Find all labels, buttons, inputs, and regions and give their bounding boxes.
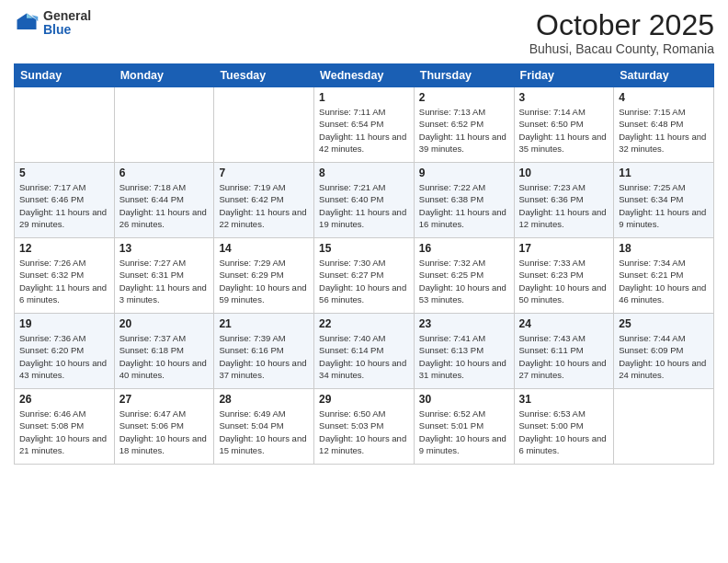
calendar-cell: 25Sunrise: 7:44 AM Sunset: 6:09 PM Dayli… bbox=[614, 314, 714, 389]
calendar-cell: 1Sunrise: 7:11 AM Sunset: 6:54 PM Daylig… bbox=[314, 87, 415, 163]
calendar-cell: 30Sunrise: 6:52 AM Sunset: 5:01 PM Dayli… bbox=[414, 389, 514, 465]
calendar-week-4: 19Sunrise: 7:36 AM Sunset: 6:20 PM Dayli… bbox=[15, 314, 714, 389]
calendar-cell: 23Sunrise: 7:41 AM Sunset: 6:13 PM Dayli… bbox=[414, 314, 514, 389]
day-number: 12 bbox=[19, 242, 109, 255]
calendar-cell: 10Sunrise: 7:23 AM Sunset: 6:36 PM Dayli… bbox=[514, 163, 614, 238]
day-info: Sunrise: 7:19 AM Sunset: 6:42 PM Dayligh… bbox=[219, 181, 309, 230]
day-number: 26 bbox=[19, 393, 109, 406]
calendar-week-5: 26Sunrise: 6:46 AM Sunset: 5:08 PM Dayli… bbox=[15, 389, 714, 465]
col-thursday: Thursday bbox=[414, 64, 514, 87]
day-number: 25 bbox=[619, 317, 709, 330]
calendar-cell: 13Sunrise: 7:27 AM Sunset: 6:31 PM Dayli… bbox=[114, 238, 214, 314]
day-number: 14 bbox=[219, 242, 309, 255]
calendar: Sunday Monday Tuesday Wednesday Thursday… bbox=[14, 63, 714, 465]
title-section: October 2025 Buhusi, Bacau County, Roman… bbox=[529, 9, 714, 56]
day-info: Sunrise: 6:46 AM Sunset: 5:08 PM Dayligh… bbox=[19, 408, 109, 456]
calendar-cell: 9Sunrise: 7:22 AM Sunset: 6:38 PM Daylig… bbox=[414, 163, 514, 238]
calendar-header-row: Sunday Monday Tuesday Wednesday Thursday… bbox=[15, 64, 714, 87]
day-info: Sunrise: 7:32 AM Sunset: 6:25 PM Dayligh… bbox=[419, 257, 509, 305]
day-info: Sunrise: 7:30 AM Sunset: 6:27 PM Dayligh… bbox=[319, 257, 409, 305]
day-number: 11 bbox=[619, 167, 709, 179]
day-number: 15 bbox=[319, 242, 409, 255]
day-number: 19 bbox=[19, 317, 109, 330]
calendar-cell: 12Sunrise: 7:26 AM Sunset: 6:32 PM Dayli… bbox=[15, 238, 115, 314]
calendar-cell: 3Sunrise: 7:14 AM Sunset: 6:50 PM Daylig… bbox=[514, 87, 614, 163]
day-number: 8 bbox=[319, 167, 409, 179]
day-info: Sunrise: 7:14 AM Sunset: 6:50 PM Dayligh… bbox=[519, 106, 609, 155]
calendar-cell bbox=[114, 87, 214, 163]
calendar-cell: 8Sunrise: 7:21 AM Sunset: 6:40 PM Daylig… bbox=[314, 163, 415, 238]
day-info: Sunrise: 7:33 AM Sunset: 6:23 PM Dayligh… bbox=[519, 257, 609, 305]
day-number: 13 bbox=[119, 242, 210, 255]
calendar-cell: 22Sunrise: 7:40 AM Sunset: 6:14 PM Dayli… bbox=[314, 314, 415, 389]
location-title: Buhusi, Bacau County, Romania bbox=[529, 41, 714, 56]
day-number: 10 bbox=[519, 167, 609, 179]
day-info: Sunrise: 7:41 AM Sunset: 6:13 PM Dayligh… bbox=[419, 332, 509, 381]
day-info: Sunrise: 7:26 AM Sunset: 6:32 PM Dayligh… bbox=[19, 257, 109, 305]
calendar-cell: 21Sunrise: 7:39 AM Sunset: 6:16 PM Dayli… bbox=[214, 314, 314, 389]
day-number: 27 bbox=[119, 393, 210, 406]
calendar-cell: 7Sunrise: 7:19 AM Sunset: 6:42 PM Daylig… bbox=[214, 163, 314, 238]
calendar-cell: 26Sunrise: 6:46 AM Sunset: 5:08 PM Dayli… bbox=[15, 389, 115, 465]
day-info: Sunrise: 7:40 AM Sunset: 6:14 PM Dayligh… bbox=[319, 332, 409, 381]
header: General Blue October 2025 Buhusi, Bacau … bbox=[14, 9, 714, 56]
month-title: October 2025 bbox=[529, 9, 714, 41]
calendar-cell: 2Sunrise: 7:13 AM Sunset: 6:52 PM Daylig… bbox=[414, 87, 514, 163]
day-info: Sunrise: 7:13 AM Sunset: 6:52 PM Dayligh… bbox=[419, 106, 509, 155]
day-info: Sunrise: 7:36 AM Sunset: 6:20 PM Dayligh… bbox=[19, 332, 109, 381]
day-number: 1 bbox=[319, 91, 409, 104]
day-info: Sunrise: 7:39 AM Sunset: 6:16 PM Dayligh… bbox=[219, 332, 309, 381]
calendar-cell: 15Sunrise: 7:30 AM Sunset: 6:27 PM Dayli… bbox=[314, 238, 415, 314]
calendar-cell: 16Sunrise: 7:32 AM Sunset: 6:25 PM Dayli… bbox=[414, 238, 514, 314]
col-friday: Friday bbox=[514, 64, 614, 87]
day-info: Sunrise: 7:29 AM Sunset: 6:29 PM Dayligh… bbox=[219, 257, 309, 305]
day-number: 16 bbox=[419, 242, 509, 255]
day-number: 4 bbox=[619, 91, 709, 104]
logo: General Blue bbox=[14, 9, 91, 38]
logo-blue-text: Blue bbox=[43, 23, 91, 37]
col-tuesday: Tuesday bbox=[214, 64, 314, 87]
day-number: 2 bbox=[419, 91, 509, 104]
day-number: 7 bbox=[219, 167, 309, 179]
calendar-cell: 14Sunrise: 7:29 AM Sunset: 6:29 PM Dayli… bbox=[214, 238, 314, 314]
day-info: Sunrise: 6:47 AM Sunset: 5:06 PM Dayligh… bbox=[119, 408, 210, 456]
day-number: 29 bbox=[319, 393, 409, 406]
day-info: Sunrise: 7:27 AM Sunset: 6:31 PM Dayligh… bbox=[119, 257, 210, 305]
day-info: Sunrise: 6:52 AM Sunset: 5:01 PM Dayligh… bbox=[419, 408, 509, 456]
calendar-week-2: 5Sunrise: 7:17 AM Sunset: 6:46 PM Daylig… bbox=[15, 163, 714, 238]
calendar-cell bbox=[214, 87, 314, 163]
day-number: 30 bbox=[419, 393, 509, 406]
day-info: Sunrise: 7:18 AM Sunset: 6:44 PM Dayligh… bbox=[119, 181, 210, 230]
day-info: Sunrise: 7:11 AM Sunset: 6:54 PM Dayligh… bbox=[319, 106, 409, 155]
calendar-cell: 4Sunrise: 7:15 AM Sunset: 6:48 PM Daylig… bbox=[614, 87, 714, 163]
day-info: Sunrise: 7:34 AM Sunset: 6:21 PM Dayligh… bbox=[619, 257, 709, 305]
calendar-week-1: 1Sunrise: 7:11 AM Sunset: 6:54 PM Daylig… bbox=[15, 87, 714, 163]
calendar-cell: 18Sunrise: 7:34 AM Sunset: 6:21 PM Dayli… bbox=[614, 238, 714, 314]
day-info: Sunrise: 6:50 AM Sunset: 5:03 PM Dayligh… bbox=[319, 408, 409, 456]
day-info: Sunrise: 7:43 AM Sunset: 6:11 PM Dayligh… bbox=[519, 332, 609, 381]
calendar-cell: 31Sunrise: 6:53 AM Sunset: 5:00 PM Dayli… bbox=[514, 389, 614, 465]
day-number: 31 bbox=[519, 393, 609, 406]
day-info: Sunrise: 6:49 AM Sunset: 5:04 PM Dayligh… bbox=[219, 408, 309, 456]
day-info: Sunrise: 6:53 AM Sunset: 5:00 PM Dayligh… bbox=[519, 408, 609, 456]
calendar-cell: 17Sunrise: 7:33 AM Sunset: 6:23 PM Dayli… bbox=[514, 238, 614, 314]
calendar-cell: 11Sunrise: 7:25 AM Sunset: 6:34 PM Dayli… bbox=[614, 163, 714, 238]
calendar-cell: 20Sunrise: 7:37 AM Sunset: 6:18 PM Dayli… bbox=[114, 314, 214, 389]
day-info: Sunrise: 7:25 AM Sunset: 6:34 PM Dayligh… bbox=[619, 181, 709, 230]
day-info: Sunrise: 7:44 AM Sunset: 6:09 PM Dayligh… bbox=[619, 332, 709, 381]
day-number: 23 bbox=[419, 317, 509, 330]
day-number: 3 bbox=[519, 91, 609, 104]
col-wednesday: Wednesday bbox=[314, 64, 415, 87]
logo-text: General Blue bbox=[43, 9, 91, 38]
day-info: Sunrise: 7:22 AM Sunset: 6:38 PM Dayligh… bbox=[419, 181, 509, 230]
day-info: Sunrise: 7:21 AM Sunset: 6:40 PM Dayligh… bbox=[319, 181, 409, 230]
day-number: 9 bbox=[419, 167, 509, 179]
calendar-cell: 19Sunrise: 7:36 AM Sunset: 6:20 PM Dayli… bbox=[15, 314, 115, 389]
calendar-cell: 28Sunrise: 6:49 AM Sunset: 5:04 PM Dayli… bbox=[214, 389, 314, 465]
day-info: Sunrise: 7:15 AM Sunset: 6:48 PM Dayligh… bbox=[619, 106, 709, 155]
day-number: 6 bbox=[119, 167, 210, 179]
logo-general-text: General bbox=[43, 9, 91, 23]
day-number: 18 bbox=[619, 242, 709, 255]
calendar-week-3: 12Sunrise: 7:26 AM Sunset: 6:32 PM Dayli… bbox=[15, 238, 714, 314]
day-info: Sunrise: 7:37 AM Sunset: 6:18 PM Dayligh… bbox=[119, 332, 210, 381]
